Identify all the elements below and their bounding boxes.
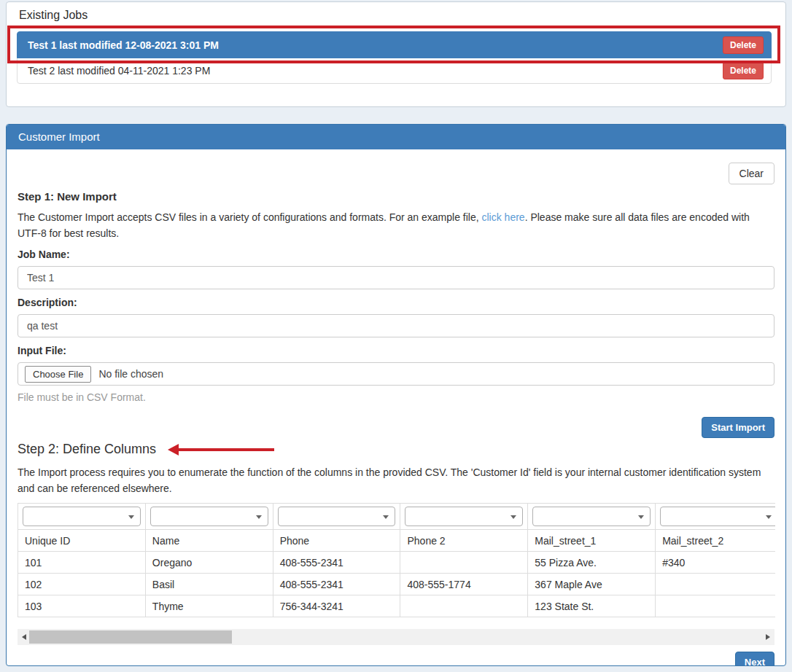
scroll-left-icon[interactable]: [22, 634, 26, 640]
table-cell: 367 Maple Ave: [528, 574, 656, 595]
step1-intro: The Customer Import accepts CSV files in…: [18, 209, 774, 241]
description-label: Description:: [18, 297, 774, 308]
caret-down-icon: [766, 515, 772, 519]
column-mapping-cell: [145, 504, 273, 530]
table-cell: 408-555-1774: [400, 574, 528, 595]
column-mapping-cell: [400, 504, 528, 530]
caret-down-icon: [383, 515, 389, 519]
table-cell: [400, 595, 528, 617]
table-cell: #340: [656, 552, 775, 574]
column-mapping-select[interactable]: [150, 507, 268, 526]
job-label: Test 1 last modified 12-08-2021 3:01 PM: [28, 39, 219, 51]
table-header-cell: Name: [145, 530, 273, 552]
customer-import-panel-title: Customer Import: [7, 125, 785, 149]
table-cell: 123 State St.: [528, 595, 656, 617]
table-cell: 408-555-2341: [273, 574, 400, 595]
job-row[interactable]: Test 2 last modified 04-11-2021 1:23 PMD…: [17, 58, 772, 84]
table-row: 103Thyme756-344-3241123 State St.: [18, 595, 776, 617]
column-mapping-select[interactable]: [405, 507, 523, 526]
scroll-right-icon[interactable]: [766, 634, 770, 640]
step1-heading: Step 1: New Import: [18, 190, 774, 203]
no-file-chosen-text: No file chosen: [98, 368, 163, 380]
table-cell: Basil: [145, 574, 273, 595]
define-columns-table-wrap: Unique IDNamePhonePhone 2Mail_street_1Ma…: [18, 503, 775, 617]
table-cell: [656, 574, 775, 595]
choose-file-button[interactable]: Choose File: [25, 366, 91, 383]
caret-down-icon: [510, 515, 516, 519]
table-header-row: Unique IDNamePhonePhone 2Mail_street_1Ma…: [18, 530, 776, 552]
column-mapping-select[interactable]: [23, 507, 141, 526]
define-columns-table: Unique IDNamePhonePhone 2Mail_street_1Ma…: [18, 503, 775, 617]
column-mapping-select[interactable]: [660, 507, 775, 526]
step2-heading: Step 2: Define Columns: [18, 442, 156, 457]
description-input[interactable]: [18, 314, 774, 337]
customer-import-panel-body: Clear Step 1: New Import The Customer Im…: [7, 149, 785, 666]
file-format-hint: File must be in CSV Format.: [18, 391, 774, 403]
existing-jobs-panel: Existing Jobs Test 1 last modified 12-08…: [6, 1, 786, 107]
table-cell: [656, 595, 775, 617]
table-header-cell: Mail_street_2: [656, 530, 775, 552]
caret-down-icon: [256, 515, 262, 519]
step1-intro-text-before: The Customer Import accepts CSV files in…: [18, 211, 482, 223]
annotation-arrow-icon: [168, 444, 277, 456]
table-header-cell: Phone: [273, 530, 400, 552]
column-mapping-cell: [528, 504, 656, 530]
table-cell: 756-344-3241: [273, 595, 400, 617]
column-mapping-select[interactable]: [532, 507, 651, 526]
caret-down-icon: [638, 515, 644, 519]
delete-button[interactable]: Delete: [723, 62, 764, 79]
file-input[interactable]: Choose File No file chosen: [18, 362, 774, 386]
table-cell: 103: [18, 595, 146, 617]
delete-button[interactable]: Delete: [723, 36, 764, 54]
table-cell: 101: [18, 552, 146, 574]
column-mapping-select-row: [18, 504, 776, 530]
table-cell: Oregano: [145, 552, 273, 574]
table-header-cell: Mail_street_1: [528, 530, 656, 552]
customer-import-panel: Customer Import Clear Step 1: New Import…: [6, 124, 786, 666]
table-header-cell: Unique ID: [18, 530, 146, 552]
clear-button[interactable]: Clear: [729, 163, 774, 184]
job-label: Test 2 last modified 04-11-2021 1:23 PM: [28, 65, 210, 77]
column-mapping-select[interactable]: [278, 507, 396, 526]
table-row: 102Basil408-555-2341408-555-1774367 Mapl…: [18, 574, 776, 595]
job-name-label: Job Name:: [18, 249, 774, 260]
table-cell: 408-555-2341: [273, 552, 400, 574]
scrollbar-thumb[interactable]: [29, 630, 232, 644]
input-file-label: Input File:: [18, 345, 774, 356]
column-mapping-cell: [656, 504, 775, 530]
table-row: 101Oregano408-555-234155 Pizza Ave.#340: [18, 552, 776, 574]
job-list: Test 1 last modified 12-08-2021 3:01 PMD…: [17, 31, 772, 84]
page: Existing Jobs Test 1 last modified 12-08…: [0, 0, 792, 672]
step2-intro: The Import process requires you to enume…: [18, 464, 774, 496]
table-cell: 102: [18, 574, 146, 595]
existing-jobs-title: Existing Jobs: [7, 2, 785, 22]
column-mapping-cell: [18, 504, 146, 530]
table-cell: Thyme: [145, 595, 273, 617]
table-cell: 55 Pizza Ave.: [528, 552, 656, 574]
table-cell: [400, 552, 528, 574]
caret-down-icon: [128, 515, 134, 519]
column-mapping-cell: [273, 504, 400, 530]
job-name-input[interactable]: [18, 266, 774, 289]
horizontal-scrollbar[interactable]: [18, 629, 774, 645]
example-file-link[interactable]: click here: [482, 211, 525, 223]
next-button[interactable]: Next: [735, 652, 774, 666]
table-header-cell: Phone 2: [400, 530, 528, 552]
start-import-button[interactable]: Start Import: [702, 417, 774, 438]
job-row[interactable]: Test 1 last modified 12-08-2021 3:01 PMD…: [17, 31, 772, 58]
